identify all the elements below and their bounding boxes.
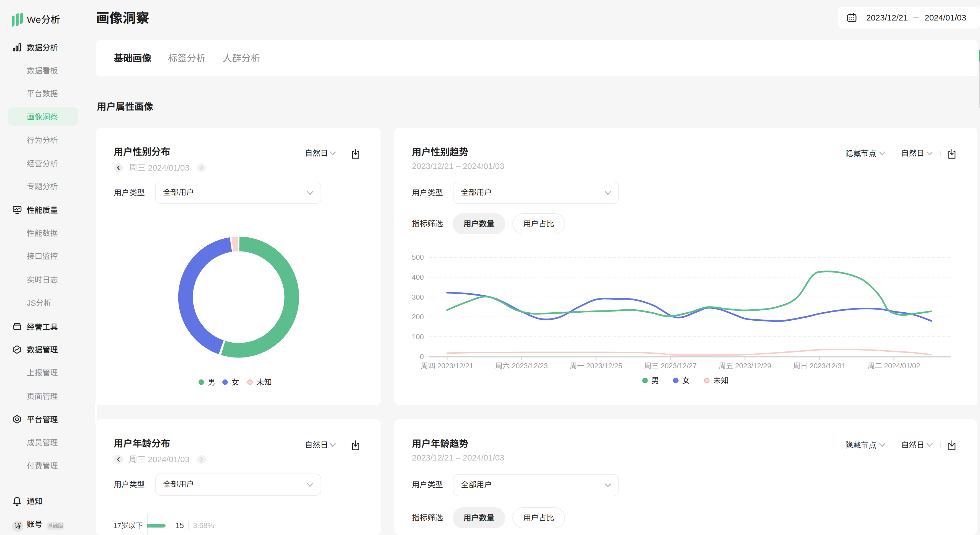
svg-text:400: 400 — [412, 273, 424, 281]
svg-text:周六 2023/12/23: 周六 2023/12/23 — [495, 361, 547, 370]
svg-text:周二 2024/01/02: 周二 2024/01/02 — [868, 361, 920, 370]
svg-text:300: 300 — [412, 293, 424, 301]
svg-text:周日 2023/12/31: 周日 2023/12/31 — [793, 361, 845, 370]
svg-text:周五 2023/12/29: 周五 2023/12/29 — [719, 361, 771, 370]
svg-text:0: 0 — [420, 352, 424, 361]
svg-text:100: 100 — [412, 333, 424, 341]
svg-text:周四 2023/12/21: 周四 2023/12/21 — [421, 361, 473, 370]
svg-text:200: 200 — [412, 313, 424, 321]
svg-text:周三 2023/12/27: 周三 2023/12/27 — [644, 361, 697, 370]
svg-text:周一 2023/12/25: 周一 2023/12/25 — [570, 361, 622, 370]
svg-text:500: 500 — [412, 253, 424, 261]
